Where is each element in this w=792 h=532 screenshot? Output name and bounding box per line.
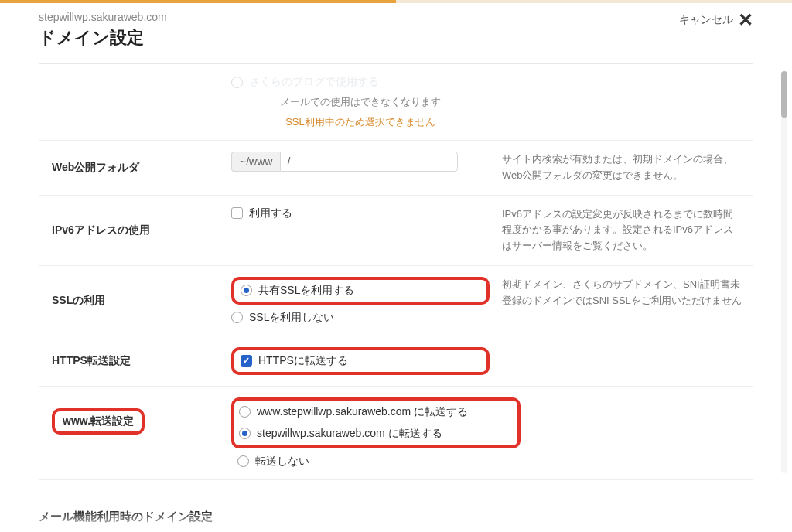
ssl-note: 初期ドメイン、さくらのサブドメイン、SNI証明書未登録のドメインではSNI SS… — [496, 266, 753, 336]
radio-root-redirect[interactable]: stepwillwp.sakuraweb.com に転送する — [239, 427, 510, 441]
highlight-ssl-use: 共有SSLを利用する — [231, 277, 490, 305]
radio-icon — [231, 312, 243, 323]
label-ipv6: IPv6アドレスの使用 — [39, 196, 225, 265]
highlight-https: ✓ HTTPSに転送する — [231, 347, 490, 375]
close-icon: ✕ — [738, 11, 753, 29]
radio-icon — [231, 77, 243, 88]
checkbox-https-label: HTTPSに転送する — [258, 354, 348, 368]
row-https: HTTPS転送設定 ✓ HTTPSに転送する — [39, 336, 753, 387]
cancel-button[interactable]: キャンセル ✕ — [679, 11, 753, 29]
radio-ssl-use-label: 共有SSLを利用する — [258, 284, 354, 298]
scrollbar-track[interactable] — [781, 71, 787, 473]
mail-section-title: メール機能利用時のドメイン設定 — [39, 510, 753, 524]
row-www-redirect: www.転送設定 www.stepwillwp.sakuraweb.com に転… — [39, 387, 753, 480]
settings-panel: さくらのブログで使用する メールでの使用はできなくなります SSL利用中のため選… — [39, 63, 753, 480]
row-ipv6: IPv6アドレスの使用 利用する IPv6アドレスの設定変更が反映されるまでに数… — [39, 196, 753, 266]
radio-icon — [239, 406, 251, 418]
scrollbar-thumb[interactable] — [781, 71, 787, 118]
radio-root-redirect-label: stepwillwp.sakuraweb.com に転送する — [257, 427, 442, 441]
radio-no-redirect[interactable]: 転送しない — [237, 455, 521, 469]
highlight-www-label: www.転送設定 — [52, 408, 145, 435]
radio-ssl-none[interactable]: SSLを利用しない — [231, 311, 490, 325]
label-www: www.転送設定 — [63, 414, 134, 427]
radio-sakura-blog[interactable]: さくらのブログで使用する — [231, 75, 379, 89]
row-web-folder: Web公開フォルダ ~/www サイト内検索が有効または、初期ドメインの場合、W… — [39, 141, 753, 196]
header: stepwillwp.sakuraweb.com ドメイン設定 キャンセル ✕ — [0, 3, 792, 54]
radio-ssl-use[interactable]: 共有SSLを利用する — [241, 284, 477, 298]
radio-no-redirect-label: 転送しない — [255, 455, 309, 469]
radio-sakura-blog-label: さくらのブログで使用する — [249, 75, 379, 89]
web-folder-note: サイト内検索が有効または、初期ドメインの場合、Web公開フォルダの変更はできませ… — [496, 141, 753, 195]
checkbox-checked-icon: ✓ — [241, 355, 252, 367]
page-title: ドメイン設定 — [39, 26, 167, 49]
highlight-www-options: www.stepwillwp.sakuraweb.com に転送する stepw… — [231, 397, 521, 448]
radio-www-redirect[interactable]: www.stepwillwp.sakuraweb.com に転送する — [239, 405, 510, 419]
checkbox-ipv6[interactable]: 利用する — [231, 206, 490, 220]
radio-ssl-none-label: SSLを利用しない — [249, 311, 334, 325]
mail-disabled-note: メールでの使用はできなくなります — [280, 95, 441, 109]
checkbox-ipv6-label: 利用する — [249, 206, 292, 220]
ssl-warn-note: SSL利用中のため選択できません — [285, 115, 435, 129]
path-prefix: ~/www — [231, 152, 280, 172]
label-https: HTTPS転送設定 — [39, 336, 225, 386]
ipv6-note: IPv6アドレスの設定変更が反映されるまでに数時間程度かかる事があります。設定さ… — [496, 196, 753, 265]
web-folder-input-group: ~/www — [231, 152, 490, 172]
row-ssl: SSLの利用 共有SSLを利用する SSLを利用しない 初期ドメイン、さくらのサ… — [39, 266, 753, 336]
row-blog-use-cut: さくらのブログで使用する メールでの使用はできなくなります SSL利用中のため選… — [39, 64, 753, 141]
web-folder-input[interactable] — [280, 152, 458, 172]
checkbox-https[interactable]: ✓ HTTPSに転送する — [241, 354, 477, 368]
label-ssl: SSLの利用 — [39, 266, 225, 336]
radio-checked-icon — [239, 428, 251, 439]
domain-url: stepwillwp.sakuraweb.com — [39, 11, 167, 23]
label-web-folder: Web公開フォルダ — [39, 141, 225, 195]
radio-icon — [237, 455, 249, 467]
checkbox-unchecked-icon — [231, 207, 243, 219]
radio-checked-icon — [241, 285, 252, 296]
radio-www-redirect-label: www.stepwillwp.sakuraweb.com に転送する — [257, 405, 468, 419]
cancel-label: キャンセル — [679, 13, 733, 27]
